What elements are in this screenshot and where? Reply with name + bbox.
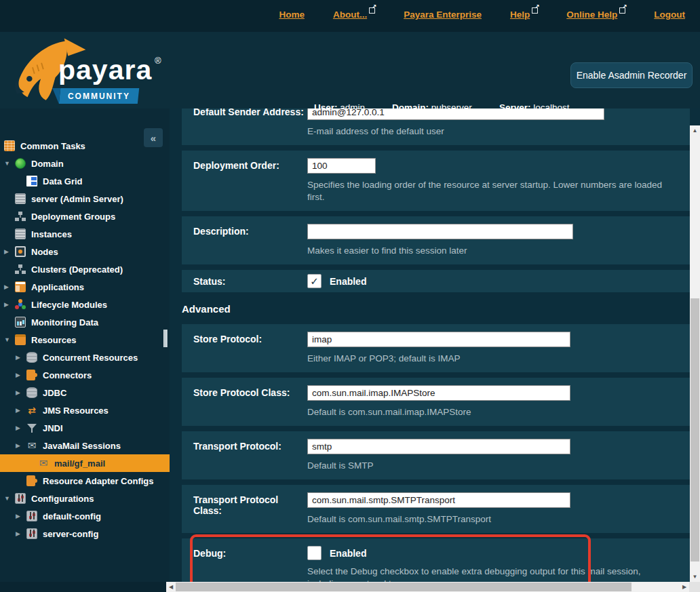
sidebar-item-jms-resources[interactable]: ▶⇄JMS Resources [0, 401, 170, 419]
form-row-transport-protocol: Transport Protocol: Default is SMTP [182, 431, 690, 479]
scroll-left-arrow[interactable]: ◀ [166, 582, 176, 592]
nav-link-payara-enterprise[interactable]: Payara Enterprise [404, 9, 482, 20]
navigation-tree: « Common Tasks ▼Domain Data Grid server … [0, 108, 170, 592]
nav-link-online-help[interactable]: Online Help↗ [566, 9, 625, 20]
tree-expand-icon[interactable]: ▶ [4, 248, 15, 255]
tree-expand-icon[interactable]: ▶ [16, 530, 26, 537]
data-grid-icon [26, 176, 37, 186]
sidebar-item-data-grid[interactable]: Data Grid [0, 172, 170, 190]
scroll-down-arrow[interactable]: ▼ [690, 572, 700, 582]
store-protocol-input[interactable] [307, 332, 570, 347]
form-row-store-protocol: Store Protocol: Either IMAP or POP3; def… [182, 324, 690, 372]
sidebar-item-concurrent-resources[interactable]: ▶Concurrent Resources [0, 349, 170, 366]
sidebar-item-monitoring-data[interactable]: Monitoring Data [0, 313, 170, 331]
tree-expand-icon[interactable]: ▶ [4, 301, 15, 308]
field-help: E-mail address of the default user [307, 125, 690, 138]
sidebar-item-nodes[interactable]: ▶Nodes [0, 243, 170, 260]
field-help: Default is com.sun.mail.imap.IMAPStore [307, 406, 690, 418]
config-sliders-icon [26, 511, 37, 521]
sidebar-item-applications[interactable]: ▶Applications [0, 278, 170, 296]
checkbox-label: Enabled [330, 276, 366, 287]
external-link-icon: ↗ [532, 7, 538, 14]
javamail-session-form: Default Sender Address: E-mail address o… [170, 108, 690, 582]
deployment-order-input[interactable] [307, 158, 376, 174]
sidebar-item-configurations[interactable]: ▼Configurations [0, 490, 170, 507]
sidebar-collapse-button[interactable]: « [144, 128, 163, 147]
sidebar-resize-handle[interactable] [163, 330, 168, 347]
form-row-status: Status: ✓ Enabled [182, 270, 690, 292]
sidebar-item-instances[interactable]: Instances [0, 225, 170, 243]
nav-link-home[interactable]: Home [279, 9, 305, 20]
default-sender-address-input[interactable] [307, 108, 604, 120]
sidebar-item-mail-gf-mail[interactable]: ✉mail/gf_mail [0, 454, 170, 472]
form-row-store-protocol-class: Store Protocol Class: Default is com.sun… [182, 378, 690, 426]
description-input[interactable] [307, 224, 573, 239]
field-label: Store Protocol Class: [182, 385, 307, 418]
envelope-icon: ✉ [26, 440, 37, 451]
store-protocol-class-input[interactable] [307, 385, 570, 401]
field-label: Description: [182, 224, 307, 257]
advanced-section-heading: Advanced [182, 303, 690, 315]
top-nav-links: Home About...↗ Payara Enterprise Help↗ O… [279, 9, 685, 20]
tree-expand-icon[interactable]: ▶ [16, 513, 26, 519]
tree-expand-icon[interactable]: ▶ [16, 425, 26, 431]
scroll-right-arrow[interactable]: ▶ [680, 582, 689, 592]
sidebar-item-javamail-sessions[interactable]: ▶✉JavaMail Sessions [0, 437, 170, 454]
tree-expand-icon[interactable]: ▶ [16, 354, 26, 361]
field-label: Debug: [182, 546, 307, 582]
tree-expand-icon[interactable]: ▶ [4, 283, 15, 290]
sidebar-item-default-config[interactable]: ▶default-config [0, 507, 170, 525]
transport-protocol-input[interactable] [307, 439, 570, 454]
horizontal-scrollbar[interactable]: ◀ ▶ [166, 582, 700, 592]
transport-protocol-class-input[interactable] [307, 492, 570, 508]
vertical-scrollbar[interactable]: ▲ ▼ [690, 125, 700, 582]
envelope-icon: ✉ [38, 458, 49, 469]
sidebar-item-connectors[interactable]: ▶Connectors [0, 366, 170, 384]
config-sliders-icon [26, 528, 37, 539]
tree-collapse-icon[interactable]: ▼ [4, 160, 15, 167]
external-link-icon: ↗ [619, 7, 625, 14]
sidebar-item-domain[interactable]: ▼Domain [0, 155, 170, 172]
checkbox-label: Enabled [330, 548, 366, 559]
field-label: Store Protocol: [182, 332, 307, 365]
field-help: Default is SMTP [307, 460, 690, 472]
sidebar-item-jndi[interactable]: ▶JNDI [0, 419, 170, 437]
horizontal-scrollbar-thumb[interactable] [176, 583, 631, 591]
tree-expand-icon[interactable]: ▶ [16, 407, 26, 414]
enable-asadmin-recorder-button[interactable]: Enable Asadmin Recorder [570, 62, 693, 88]
sidebar-bottom-fill [0, 582, 166, 592]
form-row-default-sender-address: Default Sender Address: E-mail address o… [182, 108, 690, 145]
sidebar-item-lifecycle-modules[interactable]: ▶Lifecycle Modules [0, 296, 170, 313]
lifecycle-icon [15, 299, 26, 310]
form-row-deployment-order: Deployment Order: Specifies the loading … [182, 151, 690, 211]
sidebar-item-deployment-groups[interactable]: Deployment Groups [0, 208, 170, 225]
debug-enabled-checkbox[interactable] [307, 546, 322, 560]
nav-link-logout[interactable]: Logout [654, 9, 685, 20]
network-tree-icon [15, 264, 26, 275]
form-row-description: Description: Makes it easier to find thi… [182, 216, 690, 264]
sidebar-item-resources[interactable]: ▼Resources [0, 331, 170, 349]
tree-expand-icon[interactable]: ▶ [16, 389, 26, 396]
network-tree-icon [15, 211, 26, 222]
nav-link-help[interactable]: Help↗ [510, 9, 538, 20]
form-row-debug: Debug: Enabled Select the Debug checkbox… [182, 538, 690, 582]
tree-expand-icon[interactable]: ▶ [16, 372, 26, 378]
tree-collapse-icon[interactable]: ▼ [4, 495, 15, 502]
nav-link-about[interactable]: About...↗ [333, 9, 375, 20]
tree-expand-icon[interactable]: ▶ [16, 442, 26, 449]
server-icon [15, 193, 26, 204]
database-icon [26, 352, 37, 363]
tree-collapse-icon[interactable]: ▼ [4, 336, 15, 343]
sidebar-item-server[interactable]: server (Admin Server) [0, 190, 170, 208]
database-icon [26, 387, 37, 398]
vertical-scrollbar-thumb[interactable] [691, 298, 699, 561]
tasks-grid-icon [4, 140, 15, 151]
sidebar-item-server-config[interactable]: ▶server-config [0, 525, 170, 542]
sidebar-item-clusters-deprecated[interactable]: Clusters (Deprecated) [0, 260, 170, 278]
sidebar-item-resource-adapter-configs[interactable]: Resource Adapter Configs [0, 472, 170, 490]
brand-name: payara [58, 54, 152, 86]
scroll-up-arrow[interactable]: ▲ [690, 125, 700, 136]
sidebar-item-jdbc[interactable]: ▶JDBC [0, 384, 170, 401]
payara-logo: payara ® COMMUNITY [14, 37, 170, 107]
status-enabled-checkbox[interactable]: ✓ [307, 274, 322, 288]
